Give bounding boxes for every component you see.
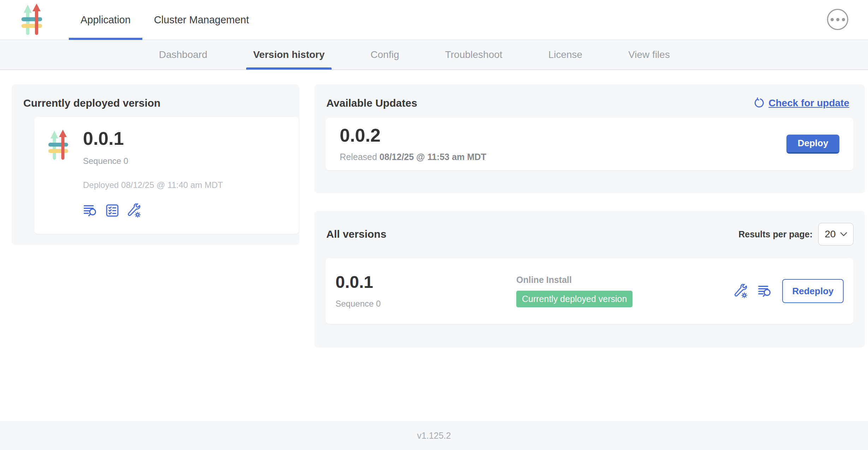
subnav-item-view-files[interactable]: View files [628, 40, 670, 70]
tab-application[interactable]: Application [69, 0, 142, 40]
install-type: Online Install [516, 275, 632, 285]
app-logo [19, 0, 44, 40]
refresh-icon [753, 97, 764, 109]
version-row: 0.0.1 Sequence 0 Online Install Currentl… [326, 258, 854, 324]
subnav-item-config[interactable]: Config [370, 40, 399, 70]
chevron-down-icon [840, 232, 847, 237]
subnav-item-troubleshoot[interactable]: Troubleshoot [445, 40, 502, 70]
app-logo-icon [48, 129, 69, 161]
released-date: 08/12/25 @ 11:53 am MDT [380, 152, 486, 162]
subnav-item-version-history[interactable]: Version history [253, 40, 325, 70]
currently-deployed-badge: Currently deployed version [516, 291, 632, 307]
available-updates-card: Available Updates Check for update 0.0.2… [314, 84, 865, 193]
update-released-timestamp: Released 08/12/25 @ 11:53 am MDT [340, 152, 486, 162]
deployed-timestamp: Deployed 08/12/25 @ 11:40 am MDT [83, 180, 223, 190]
sub-nav: Dashboard Version history Config Trouble… [0, 40, 868, 70]
console-version: v1.125.2 [417, 431, 451, 441]
subnav-troubleshoot-label: Troubleshoot [445, 49, 502, 60]
subnav-version-history-label: Version history [253, 49, 325, 60]
edit-config-icon[interactable] [733, 284, 748, 298]
row-sequence: Sequence 0 [335, 299, 381, 309]
subnav-license-label: License [548, 49, 583, 60]
ellipsis-menu-icon[interactable] [827, 9, 848, 30]
preflight-checks-icon[interactable] [106, 204, 119, 217]
currently-deployed-version-box: 0.0.1 Sequence 0 Deployed 08/12/25 @ 11:… [34, 117, 299, 234]
subnav-view-files-label: View files [628, 49, 670, 60]
all-versions-card: All versions Results per page: 20 0.0.1 … [314, 211, 865, 348]
update-version-number: 0.0.2 [340, 126, 486, 145]
released-prefix: Released [340, 152, 380, 162]
deploy-button[interactable]: Deploy [786, 135, 839, 154]
all-versions-title: All versions [326, 228, 386, 240]
redeploy-button[interactable]: Redeploy [782, 279, 844, 303]
subnav-item-dashboard[interactable]: Dashboard [159, 40, 207, 70]
available-updates-title: Available Updates [326, 97, 417, 109]
edit-config-icon[interactable] [127, 203, 141, 218]
deployed-version-number: 0.0.1 [83, 129, 223, 148]
currently-deployed-title: Currently deployed version [23, 97, 288, 109]
release-notes-icon[interactable] [757, 284, 772, 298]
results-per-page-value: 20 [825, 229, 836, 240]
results-per-page-label: Results per page: [738, 229, 813, 239]
update-row: 0.0.2 Released 08/12/25 @ 11:53 am MDT D… [326, 118, 854, 170]
row-version-number: 0.0.1 [335, 273, 381, 291]
tab-cluster-management[interactable]: Cluster Management [142, 0, 261, 40]
tab-cluster-management-label: Cluster Management [154, 14, 249, 26]
top-tab-bar: Application Cluster Management [69, 0, 261, 40]
check-for-update-link[interactable]: Check for update [753, 97, 849, 109]
tab-application-label: Application [81, 14, 131, 26]
currently-deployed-card: Currently deployed version 0.0.1 Sequenc… [12, 84, 299, 245]
top-nav: Application Cluster Management [0, 0, 868, 40]
deployed-sequence: Sequence 0 [83, 156, 223, 166]
deployed-version-actions [83, 203, 223, 218]
results-per-page-select[interactable]: 20 [818, 223, 854, 245]
page-footer: v1.125.2 [0, 421, 868, 450]
app-logo-icon [19, 3, 44, 36]
subnav-item-license[interactable]: License [548, 40, 583, 70]
main-content: Currently deployed version 0.0.1 Sequenc… [0, 70, 868, 421]
subnav-dashboard-label: Dashboard [159, 49, 207, 60]
subnav-config-label: Config [370, 49, 399, 60]
check-for-update-label: Check for update [768, 97, 849, 109]
release-notes-icon[interactable] [83, 204, 98, 217]
